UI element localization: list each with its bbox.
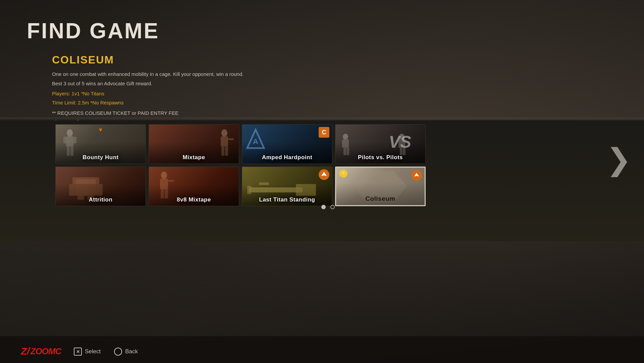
section-separator [0,118,644,119]
mode-label-last-titan-standing: Last Titan Standing [242,196,332,203]
mode-label-pilots-vs-pilots: Pilots vs. Pilots [335,154,425,161]
logo-z-slash: Z/ [21,346,30,357]
select-control: ✕ Select [74,348,101,356]
info-panel: COLISEUM One on one combat with enhanced… [52,54,293,125]
svg-text:A: A [253,137,258,146]
svg-rect-22 [72,177,99,184]
mode-description-line2: Best 3 out of 5 wins an Advocate Gift re… [52,80,293,88]
pagination-dots [321,205,335,209]
selection-arrow-bounty: ▼ [98,127,104,134]
hardpoint-icon: A [246,128,266,151]
svg-rect-29 [168,180,174,182]
coliseum-coin-icon: 🪙 [339,170,348,178]
svg-point-13 [343,134,348,140]
mode-label-8v8-mixtape: 8v8 Mixtape [149,196,239,203]
svg-rect-14 [342,139,349,148]
svg-point-6 [221,129,227,137]
mode-tile-8v8-mixtape[interactable]: 8v8 Mixtape [149,167,239,206]
mode-label-amped-hardpoint: Amped Hardpoint [242,154,332,161]
mode-tile-coliseum[interactable]: 🪙 Coliseum [335,167,426,206]
svg-rect-33 [296,184,316,196]
control-buttons: ✕ Select Back [74,348,138,356]
svg-point-17 [399,134,405,140]
pilot1-figure [339,133,352,157]
page-title: FIND GAME [27,18,159,43]
select-label: Select [85,348,101,355]
next-page-arrow[interactable]: ❯ [606,144,631,175]
svg-rect-35 [247,186,251,194]
mode-tile-amped-hardpoint[interactable]: A C Amped Hardpoint [242,124,332,164]
svg-rect-23 [69,184,76,196]
modes-grid: ▼ Bounty Hunt Mixtape A C Amped Hardpoin… [55,124,644,206]
mode-description-line1: One on one combat with enhanced mobility… [52,70,293,78]
coliseum-badge-icon [414,172,420,178]
pagination-dot-1[interactable] [321,205,326,209]
soldier-figure-8v8 [154,171,174,200]
apex-icon [321,171,327,178]
selected-mode-title: COLISEUM [52,54,293,66]
mode-label-coliseum: Coliseum [336,195,425,202]
mode-tile-attrition[interactable]: Attrition [55,167,146,206]
mode-tile-mixtape[interactable]: Mixtape [149,124,239,164]
mode-tile-pilots-vs-pilots[interactable]: VS Pilots vs. Pilots [335,124,426,164]
svg-rect-7 [221,136,228,146]
mode-stats-line2: Time Limit: 2.5m *No Respawns [52,98,293,107]
mode-label-bounty-hunt: Bounty Hunt [56,154,146,161]
mode-requirement: ** REQUIRES COLISEUM TICKET or PAID ENTR… [52,108,293,118]
pagination-dot-2[interactable] [330,205,335,209]
logo-container: Z/ ZOOMC [21,346,61,357]
svg-rect-32 [249,187,303,192]
bottom-controls-bar: Z/ ZOOMC ✕ Select Back [0,336,644,363]
o-button-icon [114,348,122,356]
mode-stats-line1: Players: 1v1 *No Titans [52,89,293,98]
svg-rect-28 [160,179,168,189]
soldier-figure-mixtape [215,129,234,157]
soldier-figure-bounty [61,129,79,157]
mode-tile-bounty-hunt[interactable]: ▼ Bounty Hunt [55,124,146,164]
svg-rect-2 [63,137,66,143]
svg-point-0 [67,129,73,137]
svg-rect-34 [259,182,269,185]
badge-amped: C [319,127,329,138]
svg-rect-18 [398,139,405,148]
mode-label-mixtape: Mixtape [149,154,239,161]
mode-label-attrition: Attrition [56,196,146,203]
badge-coliseum [411,170,422,181]
x-button-icon: ✕ [74,348,82,356]
mode-tile-last-titan-standing[interactable]: Last Titan Standing [242,167,332,206]
badge-lts [319,169,329,180]
pilot2-figure [395,133,409,157]
back-label: Back [125,348,138,355]
svg-rect-24 [96,184,103,196]
svg-point-27 [161,172,167,179]
svg-rect-1 [66,136,73,146]
back-control: Back [114,348,138,356]
logo-text: ZOOMC [31,346,61,357]
svg-rect-8 [228,138,234,140]
svg-rect-3 [73,137,76,143]
